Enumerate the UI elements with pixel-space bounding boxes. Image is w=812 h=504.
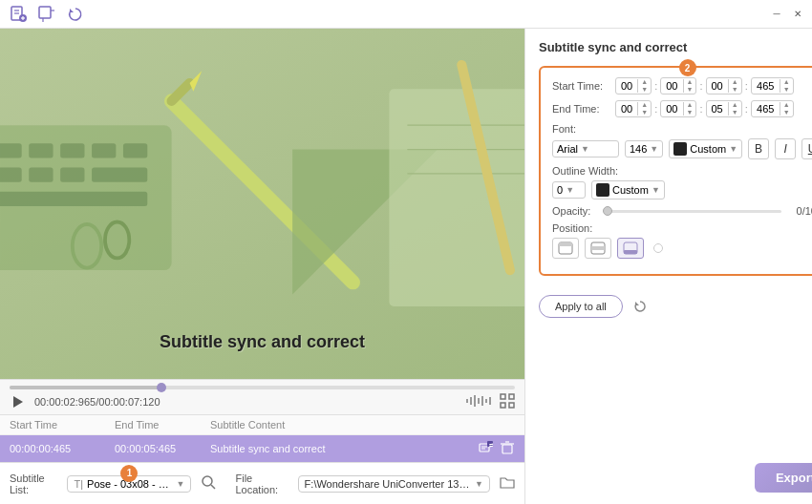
play-button[interactable] bbox=[10, 393, 27, 410]
up-arrow-icon[interactable]: ▲ bbox=[729, 78, 741, 86]
up-arrow-icon[interactable]: ▲ bbox=[684, 78, 696, 86]
up-arrow-icon[interactable]: ▲ bbox=[780, 101, 793, 109]
playback-controls: 00:00:02:965/00:00:07:120 bbox=[10, 393, 515, 410]
refresh-icon[interactable] bbox=[630, 297, 650, 316]
end-min-arrows[interactable]: ▲ ▼ bbox=[684, 101, 696, 116]
row-content: Subtitle sync and correct bbox=[210, 443, 479, 454]
svg-rect-15 bbox=[60, 143, 84, 158]
crop-icon[interactable] bbox=[36, 4, 57, 25]
start-time-row: Start Time: 00 ▲ ▼ : 00 ▲ ▼ bbox=[552, 77, 812, 94]
new-file-icon[interactable] bbox=[8, 4, 29, 25]
down-arrow-icon[interactable]: ▼ bbox=[684, 109, 696, 116]
svg-rect-58 bbox=[559, 242, 572, 246]
start-sec-val: 00 bbox=[707, 79, 729, 93]
end-time-row: End Time: 00 ▲ ▼ : 00 ▲ ▼ bbox=[552, 100, 812, 117]
svg-rect-21 bbox=[60, 168, 84, 182]
progress-track[interactable] bbox=[10, 386, 515, 389]
up-arrow-icon[interactable]: ▲ bbox=[638, 78, 651, 86]
apply-to-all-button[interactable]: Apply to all bbox=[539, 295, 623, 318]
start-min-spinner[interactable]: 00 ▲ ▼ bbox=[660, 77, 696, 94]
minimize-button[interactable]: ─ bbox=[770, 8, 783, 21]
time-sep-3: : bbox=[745, 80, 748, 92]
position-circle-icon[interactable] bbox=[653, 243, 663, 253]
italic-button[interactable]: I bbox=[775, 138, 796, 159]
video-placeholder: Subtitle sync and correct bbox=[0, 29, 524, 379]
delete-row-icon[interactable] bbox=[500, 440, 515, 457]
svg-rect-28 bbox=[389, 89, 524, 306]
start-ms-val: 465 bbox=[752, 79, 780, 93]
svg-rect-23 bbox=[0, 192, 147, 206]
up-arrow-icon[interactable]: ▲ bbox=[684, 101, 696, 109]
end-sec-arrows[interactable]: ▲ ▼ bbox=[729, 101, 741, 116]
outline-section-label: Outline Width: bbox=[552, 165, 812, 177]
waveform-icon[interactable] bbox=[465, 394, 494, 410]
subtitle-search-icon[interactable] bbox=[201, 474, 216, 493]
svg-rect-40 bbox=[481, 396, 483, 406]
opacity-row: Opacity: 0/100 bbox=[552, 205, 812, 217]
start-sec-arrows[interactable]: ▲ ▼ bbox=[729, 78, 741, 94]
svg-point-55 bbox=[203, 476, 212, 486]
folder-icon[interactable] bbox=[500, 474, 515, 493]
subtitle-list-select[interactable]: T| Pose - 03x08 - Ser... ▼ 1 bbox=[67, 475, 191, 493]
position-center-button[interactable] bbox=[585, 238, 611, 259]
playback-bar: 00:00:02:965/00:00:07:120 bbox=[0, 379, 524, 414]
start-time-label: Start Time: bbox=[552, 80, 611, 92]
col-header-start: Start Time bbox=[10, 419, 115, 430]
down-arrow-icon[interactable]: ▼ bbox=[780, 86, 793, 94]
outline-chevron-icon: ▼ bbox=[566, 185, 574, 195]
down-arrow-icon[interactable]: ▼ bbox=[638, 109, 651, 116]
start-sec-spinner[interactable]: 00 ▲ ▼ bbox=[706, 77, 742, 94]
outline-color-swatch bbox=[596, 183, 609, 197]
svg-rect-14 bbox=[29, 143, 53, 158]
close-button[interactable]: ✕ bbox=[791, 8, 804, 21]
svg-rect-60 bbox=[591, 246, 605, 250]
position-bottom-button[interactable] bbox=[617, 238, 644, 259]
down-arrow-icon[interactable]: ▼ bbox=[780, 109, 793, 116]
svg-marker-35 bbox=[13, 396, 23, 408]
end-ms-spinner[interactable]: 465 ▲ ▼ bbox=[751, 100, 794, 117]
end-time-label: End Time: bbox=[552, 103, 611, 115]
end-hour-arrows[interactable]: ▲ ▼ bbox=[638, 101, 651, 116]
position-top-left-button[interactable] bbox=[552, 238, 579, 259]
down-arrow-icon[interactable]: ▼ bbox=[729, 86, 741, 94]
font-name-select[interactable]: Arial ▼ bbox=[552, 140, 619, 158]
down-arrow-icon[interactable]: ▼ bbox=[729, 109, 741, 116]
table-row[interactable]: 00:00:00:465 00:00:05:465 Subtitle sync … bbox=[0, 435, 524, 462]
start-hour-arrows[interactable]: ▲ ▼ bbox=[638, 78, 651, 94]
start-ms-spinner[interactable]: 465 ▲ ▼ bbox=[751, 77, 794, 94]
end-min-spinner[interactable]: 00 ▲ ▼ bbox=[660, 100, 696, 117]
export-button[interactable]: Export bbox=[755, 463, 812, 493]
up-arrow-icon[interactable]: ▲ bbox=[780, 78, 793, 86]
end-sec-spinner[interactable]: 05 ▲ ▼ bbox=[706, 100, 742, 117]
bold-button[interactable]: B bbox=[748, 138, 769, 159]
font-name-value: Arial bbox=[557, 143, 578, 155]
svg-rect-42 bbox=[489, 397, 491, 405]
underline-button[interactable]: U bbox=[801, 138, 812, 159]
outline-width-select[interactable]: 0 ▼ bbox=[552, 181, 586, 199]
outline-color-select[interactable]: Custom ▼ bbox=[591, 180, 665, 200]
end-time-spinners: 00 ▲ ▼ : 00 ▲ ▼ : bbox=[615, 100, 794, 117]
down-arrow-icon[interactable]: ▼ bbox=[684, 86, 696, 94]
end-hour-spinner[interactable]: 00 ▲ ▼ bbox=[615, 100, 652, 117]
start-min-arrows[interactable]: ▲ ▼ bbox=[684, 78, 696, 94]
down-arrow-icon[interactable]: ▼ bbox=[638, 86, 651, 94]
font-size-select[interactable]: 146 ▼ bbox=[625, 140, 663, 158]
start-hour-spinner[interactable]: 00 ▲ ▼ bbox=[615, 77, 652, 94]
file-path-chevron-icon: ▼ bbox=[475, 479, 483, 489]
row-end-time: 00:00:05:465 bbox=[115, 443, 210, 454]
svg-rect-44 bbox=[509, 394, 514, 399]
bottom-bar: Subtitle List: T| Pose - 03x08 - Ser... … bbox=[0, 462, 524, 504]
position-section-label: Position: bbox=[552, 222, 812, 234]
opacity-slider[interactable] bbox=[608, 210, 781, 213]
end-ms-arrows[interactable]: ▲ ▼ bbox=[780, 101, 793, 116]
edit-row-icon[interactable]: ⇄ bbox=[479, 440, 494, 457]
font-color-select[interactable]: Custom ▼ bbox=[669, 139, 742, 158]
up-arrow-icon[interactable]: ▲ bbox=[638, 101, 651, 109]
reset-icon[interactable] bbox=[65, 4, 86, 25]
end-min-val: 00 bbox=[661, 102, 683, 116]
up-arrow-icon[interactable]: ▲ bbox=[729, 101, 741, 109]
fullscreen-icon[interactable] bbox=[500, 393, 515, 410]
font-color-value: Custom bbox=[690, 143, 726, 155]
start-ms-arrows[interactable]: ▲ ▼ bbox=[780, 78, 793, 94]
end-hour-val: 00 bbox=[616, 102, 638, 116]
